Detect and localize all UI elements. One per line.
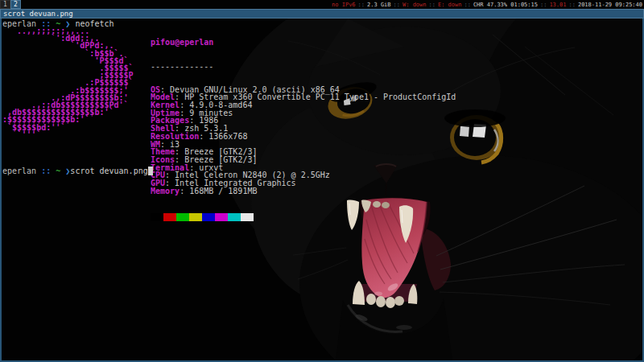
- neofetch-userhost: pifou@eperlan: [151, 39, 456, 47]
- desktop: 12 no IPv6::2.3 GiB::W: down::E: down::C…: [0, 0, 644, 362]
- i3bar: 12 no IPv6::2.3 GiB::W: down::E: down::C…: [0, 0, 644, 9]
- workspace-button-1[interactable]: 1: [0, 0, 10, 9]
- command-text: scrot devuan.png: [70, 167, 147, 175]
- palette-swatch: [189, 213, 202, 221]
- neofetch-ascii-logo: ..,,;;;::;,,... `':ddd;:,. `'dPPd:,. `:b…: [2, 27, 134, 138]
- status-segment: ::: [464, 2, 470, 8]
- status-segment: 13.01: [549, 2, 566, 8]
- status-segment: CHR 47.33% 01:05:15: [473, 2, 538, 8]
- palette-swatch: [241, 213, 254, 221]
- workspace-button-2[interactable]: 2: [10, 0, 21, 9]
- palette-swatch: [202, 213, 215, 221]
- status-segment: 2.3 GiB: [367, 2, 391, 8]
- status-segment: ::: [394, 2, 400, 8]
- neofetch-palette: [151, 213, 456, 221]
- neofetch-entry: Memory: 168MB / 1891MB: [151, 187, 456, 195]
- prompt-user: eperlan: [2, 167, 36, 175]
- palette-swatch: [176, 213, 189, 221]
- status-segment: ::: [540, 2, 547, 8]
- neofetch-entries: OS: Devuan GNU/Linux 2.0 (ascii) x86_64M…: [151, 86, 456, 195]
- prompt-path: ~: [56, 167, 60, 175]
- window-title: scrot devuan.png: [3, 10, 73, 18]
- status-segment: ::: [429, 2, 436, 8]
- terminal-window[interactable]: eperlan :: ~ ❯ neofetch ..,,;;;::;,,... …: [0, 19, 644, 360]
- palette-swatch: [151, 213, 163, 221]
- palette-swatch: [228, 213, 241, 221]
- status-segment: 2018-11-29 09:25:40: [578, 2, 642, 8]
- palette-swatch: [163, 213, 176, 221]
- neofetch-entry: Resolution: 1366x768: [151, 133, 456, 141]
- status-segment: W: down: [402, 2, 427, 8]
- status-bar: no IPv6::2.3 GiB::W: down::E: down::CHR …: [332, 0, 644, 9]
- prompt-separator: ::: [41, 167, 51, 175]
- workspace-list: 12: [0, 0, 21, 9]
- neofetch-underline: -------------: [151, 63, 456, 71]
- palette-swatch: [215, 213, 228, 221]
- status-segment: ::: [358, 2, 365, 8]
- status-segment: E: down: [438, 2, 462, 8]
- window-title-bar[interactable]: scrot devuan.png: [0, 9, 644, 19]
- prompt-line-2: eperlan :: ~ ❯scrot devuan.png: [2, 167, 153, 175]
- status-segment: ::: [568, 2, 575, 8]
- terminal-cursor: [148, 167, 153, 175]
- status-segment: no IPv6: [332, 2, 356, 8]
- neofetch-info: pifou@eperlan ------------- OS: Devuan G…: [151, 23, 456, 237]
